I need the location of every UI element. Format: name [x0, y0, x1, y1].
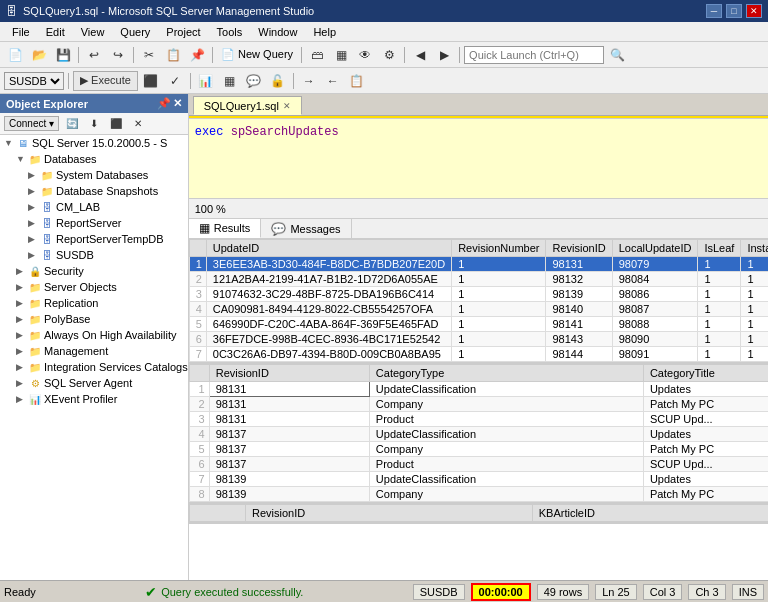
table-row[interactable]: 3 91074632-3C29-48BF-8725-DBA196B6C414 1…	[189, 287, 768, 302]
table-row[interactable]: 2 98131 Company Patch My PC	[189, 397, 768, 412]
outdent-icon[interactable]: ←	[322, 71, 344, 91]
indent-icon[interactable]: →	[298, 71, 320, 91]
susdb-expander[interactable]: ▶	[28, 250, 40, 260]
table-row[interactable]: 6 98137 Product SCUP Upd...	[189, 457, 768, 472]
t1-col-updateid[interactable]: UpdateID	[206, 240, 451, 257]
tree-polybase[interactable]: ▶ 📁 PolyBase	[0, 311, 188, 327]
alwayson-expander[interactable]: ▶	[16, 330, 28, 340]
t2-col-cattype[interactable]: CategoryType	[369, 365, 643, 382]
include-client-icon[interactable]: 📊	[195, 71, 217, 91]
database-selector[interactable]: SUSDB	[4, 72, 64, 90]
tree-xevent[interactable]: ▶ 📊 XEvent Profiler	[0, 391, 188, 407]
tree-db-snapshots[interactable]: ▶ 📁 Database Snapshots	[0, 183, 188, 199]
undo-icon[interactable]: ↩	[83, 45, 105, 65]
results-tab-messages[interactable]: 💬 Messages	[261, 219, 351, 238]
tree-integration[interactable]: ▶ 📁 Integration Services Catalogs	[0, 359, 188, 375]
query-tab-active[interactable]: SQLQuery1.sql ✕	[193, 96, 302, 115]
tab-close-icon[interactable]: ✕	[283, 101, 291, 111]
tree-reportservertempdb[interactable]: ▶ 🗄 ReportServerTempDB	[0, 231, 188, 247]
execute-button[interactable]: ▶ Execute	[73, 71, 138, 91]
debug-icon[interactable]: ⬛	[140, 71, 162, 91]
tree-agent[interactable]: ▶ ⚙ SQL Server Agent	[0, 375, 188, 391]
comment-icon[interactable]: 💬	[243, 71, 265, 91]
integration-expander[interactable]: ▶	[16, 362, 28, 372]
rstemp-expander[interactable]: ▶	[28, 234, 40, 244]
server-objects-expander[interactable]: ▶	[16, 282, 28, 292]
menu-view[interactable]: View	[73, 24, 113, 40]
btn-db[interactable]: 🗃	[306, 45, 328, 65]
polybase-expander[interactable]: ▶	[16, 314, 28, 324]
tree-server[interactable]: ▼ 🖥 SQL Server 15.0.2000.5 - S	[0, 135, 188, 151]
connect-button[interactable]: Connect ▾	[4, 116, 59, 131]
table-row[interactable]: 7 98139 UpdateClassification Updates	[189, 472, 768, 487]
back-icon[interactable]: ◀	[409, 45, 431, 65]
menu-help[interactable]: Help	[305, 24, 344, 40]
query-editor[interactable]: exec spSearchUpdates	[189, 119, 768, 199]
menu-query[interactable]: Query	[112, 24, 158, 40]
paste-icon[interactable]: 📌	[186, 45, 208, 65]
tree-management[interactable]: ▶ 📁 Management	[0, 343, 188, 359]
uncomment-icon[interactable]: 🔓	[267, 71, 289, 91]
tree-alwayson[interactable]: ▶ 📁 Always On High Availability	[0, 327, 188, 343]
table-row[interactable]: 6 36FE7DCE-998B-4CEC-8936-4BC171E52542 1…	[189, 332, 768, 347]
menu-window[interactable]: Window	[250, 24, 305, 40]
specify-icon[interactable]: 📋	[346, 71, 368, 91]
databases-expander[interactable]: ▼	[16, 154, 28, 164]
btn-table[interactable]: ▦	[330, 45, 352, 65]
open-icon[interactable]: 📂	[28, 45, 50, 65]
btn-view[interactable]: 👁	[354, 45, 376, 65]
btn-sp[interactable]: ⚙	[378, 45, 400, 65]
menu-file[interactable]: File	[4, 24, 38, 40]
tree-security[interactable]: ▶ 🔒 Security	[0, 263, 188, 279]
maximize-button[interactable]: □	[726, 4, 742, 18]
t1-col-revnum[interactable]: RevisionNumber	[452, 240, 546, 257]
t1-col-isleaf[interactable]: IsLeaf	[698, 240, 741, 257]
save-icon[interactable]: 💾	[52, 45, 74, 65]
tree-cmlab[interactable]: ▶ 🗄 CM_LAB	[0, 199, 188, 215]
table-row[interactable]: 1 3E6EE3AB-3D30-484F-B8DC-B7BDB207E20D 1…	[189, 257, 768, 272]
new-query-icon[interactable]: 📄	[4, 45, 26, 65]
refresh-oe-icon[interactable]: 🔄	[63, 116, 81, 132]
table-row[interactable]: 7 0C3C26A6-DB97-4394-B80D-009CB0A8BA95 1…	[189, 347, 768, 362]
t1-col-revid[interactable]: RevisionID	[546, 240, 612, 257]
agent-expander[interactable]: ▶	[16, 378, 28, 388]
table-row[interactable]: 1 98131 UpdateClassification Updates	[189, 382, 768, 397]
search-icon[interactable]: 🔍	[606, 45, 628, 65]
copy-icon[interactable]: 📋	[162, 45, 184, 65]
close-button[interactable]: ✕	[746, 4, 762, 18]
cmlab-expander[interactable]: ▶	[28, 202, 40, 212]
t2-col-revid[interactable]: RevisionID	[209, 365, 369, 382]
filter-icon[interactable]: ⬇	[85, 116, 103, 132]
menu-edit[interactable]: Edit	[38, 24, 73, 40]
tree-replication[interactable]: ▶ 📁 Replication	[0, 295, 188, 311]
close-panel-icon[interactable]: ✕	[173, 97, 182, 110]
t2-col-cattitle[interactable]: CategoryTitle	[643, 365, 768, 382]
tree-server-objects[interactable]: ▶ 📁 Server Objects	[0, 279, 188, 295]
t3-col-kbarticle[interactable]: KBArticleID	[532, 505, 768, 522]
t3-col-revid[interactable]: RevisionID	[246, 505, 533, 522]
menu-project[interactable]: Project	[158, 24, 208, 40]
server-expander[interactable]: ▼	[4, 138, 16, 148]
table-row[interactable]: 4 CA090981-8494-4129-8022-CB5554257OFA 1…	[189, 302, 768, 317]
replication-expander[interactable]: ▶	[16, 298, 28, 308]
tree-susdb[interactable]: ▶ 🗄 SUSDB	[0, 247, 188, 263]
menu-tools[interactable]: Tools	[209, 24, 251, 40]
table-row[interactable]: 8 98139 Company Patch My PC	[189, 487, 768, 502]
disconnect-icon[interactable]: ✕	[129, 116, 147, 132]
system-dbs-expander[interactable]: ▶	[28, 170, 40, 180]
security-expander[interactable]: ▶	[16, 266, 28, 276]
tree-databases[interactable]: ▼ 📁 Databases	[0, 151, 188, 167]
table-row[interactable]: 5 98137 Company Patch My PC	[189, 442, 768, 457]
results-tab-results[interactable]: ▦ Results	[189, 219, 262, 238]
stop-icon[interactable]: ⬛	[107, 116, 125, 132]
management-expander[interactable]: ▶	[16, 346, 28, 356]
db-snapshots-expander[interactable]: ▶	[28, 186, 40, 196]
t1-col-instsupp[interactable]: InstallationSupp	[741, 240, 768, 257]
reportserver-expander[interactable]: ▶	[28, 218, 40, 228]
redo-icon[interactable]: ↪	[107, 45, 129, 65]
table-row[interactable]: 3 98131 Product SCUP Upd...	[189, 412, 768, 427]
table-row[interactable]: 2 121A2BA4-2199-41A7-B1B2-1D72D6A055AE 1…	[189, 272, 768, 287]
minimize-button[interactable]: ─	[706, 4, 722, 18]
quick-launch-input[interactable]	[464, 46, 604, 64]
pin-icon[interactable]: 📌	[157, 97, 171, 110]
